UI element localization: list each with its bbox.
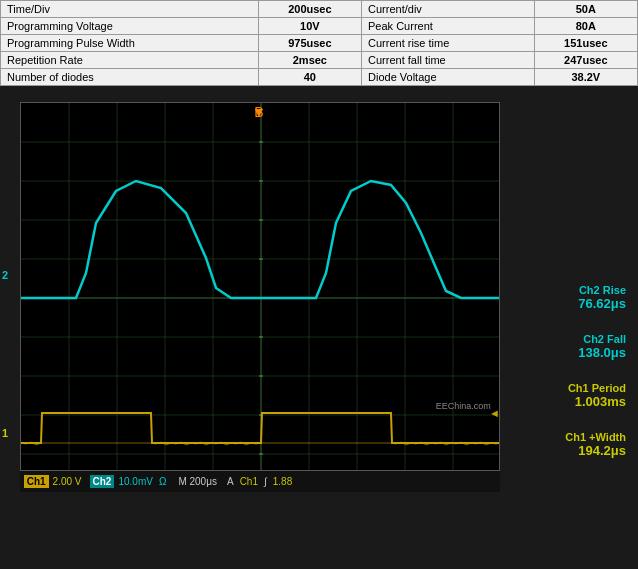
table-cell-r1-c1: 10V <box>258 18 361 35</box>
trig-level: 1.88 <box>273 476 292 487</box>
params-table: Time/Div200usecCurrent/div50AProgramming… <box>0 0 638 86</box>
ch1-width-label: Ch1 +Width <box>516 431 626 443</box>
table-cell-r0-c3: 50A <box>534 1 637 18</box>
measurements-panel: Ch2 Rise 76.62μs Ch2 Fall 138.0μs Ch1 Pe… <box>508 224 634 462</box>
table-cell-r2-c0: Programming Pulse Width <box>1 35 259 52</box>
table-cell-r0-c1: 200usec <box>258 1 361 18</box>
ch2-rise-label: Ch2 Rise <box>516 284 626 296</box>
ch2-rise-value: 76.62μs <box>516 296 626 311</box>
ch1-marker: 1 <box>2 427 8 439</box>
table-cell-r0-c2: Current/div <box>362 1 535 18</box>
ch1-width-value: 194.2μs <box>516 443 626 458</box>
ch2-fall-label: Ch2 Fall <box>516 333 626 345</box>
trig-ch: A <box>227 476 234 487</box>
oscilloscope-screen: ▼ B ◄ EEChina.com <box>20 102 500 492</box>
svg-text:B: B <box>254 104 263 120</box>
ch1-period-measurement: Ch1 Period 1.003ms <box>516 382 626 409</box>
table-cell-r0-c0: Time/Div <box>1 1 259 18</box>
ch1-width-measurement: Ch1 +Width 194.2μs <box>516 431 626 458</box>
table-cell-r3-c3: 247usec <box>534 52 637 69</box>
ch1-period-label: Ch1 Period <box>516 382 626 394</box>
trig-ch1: Ch1 <box>240 476 258 487</box>
ch2-fall-measurement: Ch2 Fall 138.0μs <box>516 333 626 360</box>
table-cell-r3-c0: Repetition Rate <box>1 52 259 69</box>
table-cell-r1-c2: Peak Current <box>362 18 535 35</box>
table-cell-r3-c2: Current fall time <box>362 52 535 69</box>
trig-mode: ∫ <box>264 476 267 487</box>
status-bar: Ch1 2.00 V Ch2 10.0mV Ω M 200μs A Ch1 ∫ … <box>20 470 500 492</box>
table-cell-r4-c1: 40 <box>258 69 361 86</box>
ch1-label: Ch1 <box>24 475 49 488</box>
ch2-marker: 2 <box>2 269 8 281</box>
table-cell-r4-c0: Number of diodes <box>1 69 259 86</box>
table-cell-r1-c3: 80A <box>534 18 637 35</box>
table-cell-r2-c2: Current rise time <box>362 35 535 52</box>
table-cell-r4-c2: Diode Voltage <box>362 69 535 86</box>
watermark: EEChina.com <box>436 401 491 411</box>
ch1-period-value: 1.003ms <box>516 394 626 409</box>
table-cell-r1-c0: Programming Voltage <box>1 18 259 35</box>
table-cell-r4-c3: 38.2V <box>534 69 637 86</box>
ch2-label-status: Ch2 <box>90 475 115 488</box>
table-cell-r2-c3: 151usec <box>534 35 637 52</box>
table-cell-r2-c1: 975usec <box>258 35 361 52</box>
timebase-status: M 200μs <box>178 476 217 487</box>
ch1-volt: 2.00 V <box>53 476 82 487</box>
ch2-ohm: Ω <box>159 476 166 487</box>
table-cell-r3-c1: 2msec <box>258 52 361 69</box>
ch2-rise-measurement: Ch2 Rise 76.62μs <box>516 284 626 311</box>
scope-grid-svg: ▼ B ◄ <box>21 103 500 492</box>
ch2-fall-value: 138.0μs <box>516 345 626 360</box>
ch2-volt: 10.0mV <box>118 476 152 487</box>
